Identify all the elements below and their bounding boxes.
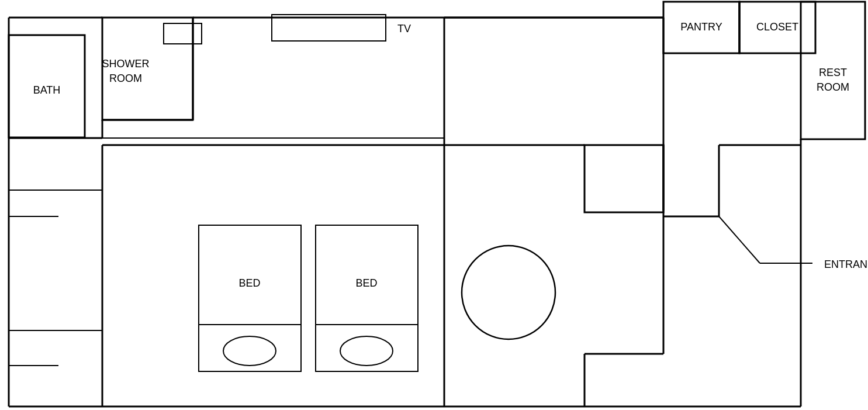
svg-point-37 <box>462 246 555 339</box>
svg-rect-3 <box>272 15 386 41</box>
floorplan: BATH SHOWER ROOM TV PANTRY CLOSET REST R… <box>0 0 868 410</box>
shower-room-label2: ROOM <box>109 73 142 84</box>
svg-rect-2 <box>164 23 202 44</box>
svg-rect-26 <box>316 225 418 371</box>
entrance-label: ENTRANCE <box>824 259 868 270</box>
bed1-label: BED <box>238 277 260 289</box>
shower-room-label: SHOWER <box>102 58 150 70</box>
svg-rect-23 <box>199 225 301 371</box>
rest-room-label: REST <box>819 67 847 78</box>
svg-rect-36 <box>585 145 663 212</box>
bath-label: BATH <box>33 84 61 96</box>
closet-label: CLOSET <box>756 21 798 33</box>
svg-point-27 <box>340 336 393 366</box>
tv-label: TV <box>397 23 411 35</box>
pantry-label: PANTRY <box>680 21 722 33</box>
svg-line-41 <box>719 216 760 263</box>
rest-room-label2: ROOM <box>817 81 849 93</box>
svg-point-24 <box>223 336 276 366</box>
bed2-label: BED <box>355 277 377 289</box>
